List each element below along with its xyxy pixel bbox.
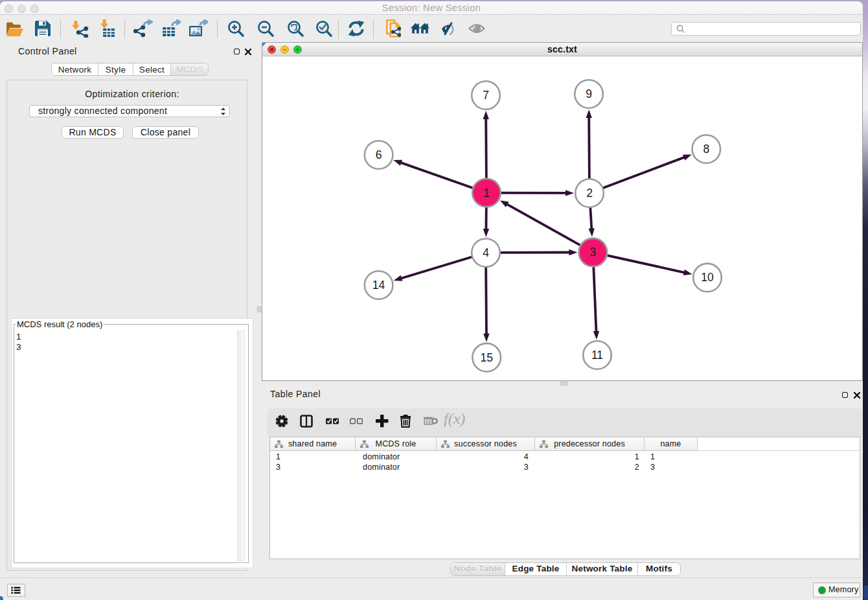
svg-text:9: 9 xyxy=(586,87,592,100)
svg-text:8: 8 xyxy=(703,143,709,156)
svg-text:10: 10 xyxy=(701,271,714,284)
svg-text:15: 15 xyxy=(480,351,492,364)
svg-text:2: 2 xyxy=(586,187,593,200)
svg-text:1: 1 xyxy=(483,187,490,200)
svg-text:7: 7 xyxy=(483,89,489,102)
svg-text:14: 14 xyxy=(372,279,385,292)
svg-text:6: 6 xyxy=(376,148,382,161)
svg-text:11: 11 xyxy=(591,349,603,362)
svg-text:4: 4 xyxy=(483,246,489,259)
svg-text:3: 3 xyxy=(590,246,597,259)
